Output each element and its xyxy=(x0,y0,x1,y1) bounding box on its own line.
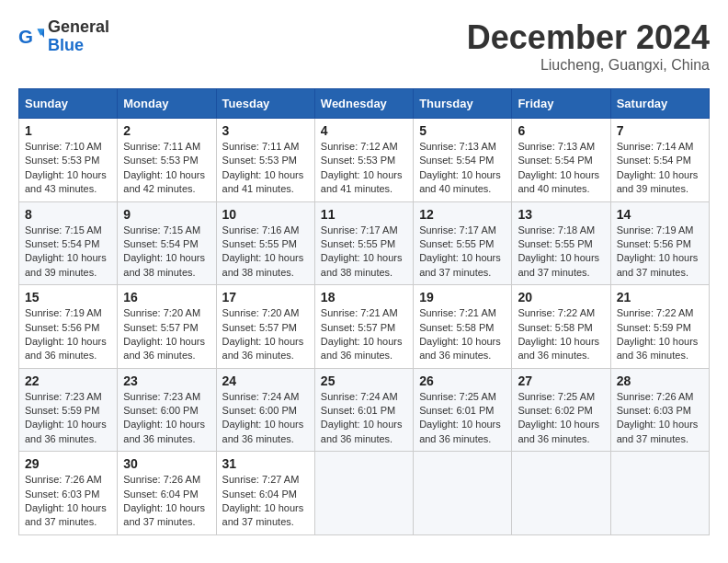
calendar-table: Sunday Monday Tuesday Wednesday Thursday… xyxy=(18,88,710,535)
day-number: 8 xyxy=(25,207,111,222)
calendar-week-row: 8 Sunrise: 7:15 AMSunset: 5:54 PMDayligh… xyxy=(19,201,710,285)
calendar-cell: 10 Sunrise: 7:16 AMSunset: 5:55 PMDaylig… xyxy=(216,201,314,285)
day-info: Sunrise: 7:26 AMSunset: 6:04 PMDaylight:… xyxy=(123,473,210,530)
calendar-cell: 24 Sunrise: 7:24 AMSunset: 6:00 PMDaylig… xyxy=(216,368,314,452)
calendar-cell: 2 Sunrise: 7:11 AMSunset: 5:53 PMDayligh… xyxy=(118,119,216,202)
calendar-cell: 29 Sunrise: 7:26 AMSunset: 6:03 PMDaylig… xyxy=(19,452,118,535)
day-number: 7 xyxy=(617,123,703,138)
header-sunday: Sunday xyxy=(19,89,118,119)
logo-text: General Blue xyxy=(48,18,109,55)
day-info: Sunrise: 7:18 AMSunset: 5:55 PMDaylight:… xyxy=(518,224,604,281)
day-number: 6 xyxy=(518,123,604,138)
month-title: December 2024 xyxy=(467,18,710,57)
day-info: Sunrise: 7:26 AMSunset: 6:03 PMDaylight:… xyxy=(617,390,703,447)
day-info: Sunrise: 7:17 AMSunset: 5:55 PMDaylight:… xyxy=(419,224,506,281)
calendar-cell: 31 Sunrise: 7:27 AMSunset: 6:04 PMDaylig… xyxy=(216,452,314,535)
day-number: 30 xyxy=(123,456,210,471)
calendar-cell: 22 Sunrise: 7:23 AMSunset: 5:59 PMDaylig… xyxy=(19,368,118,452)
header-tuesday: Tuesday xyxy=(216,89,314,119)
calendar-cell xyxy=(414,452,512,535)
day-info: Sunrise: 7:24 AMSunset: 6:01 PMDaylight:… xyxy=(321,390,407,447)
calendar-week-row: 1 Sunrise: 7:10 AMSunset: 5:53 PMDayligh… xyxy=(19,119,710,202)
calendar-cell: 26 Sunrise: 7:25 AMSunset: 6:01 PMDaylig… xyxy=(414,368,512,452)
calendar-week-row: 15 Sunrise: 7:19 AMSunset: 5:56 PMDaylig… xyxy=(19,285,710,369)
day-info: Sunrise: 7:13 AMSunset: 5:54 PMDaylight:… xyxy=(518,140,604,197)
header-thursday: Thursday xyxy=(414,89,512,119)
day-info: Sunrise: 7:16 AMSunset: 5:55 PMDaylight:… xyxy=(222,224,309,281)
day-info: Sunrise: 7:13 AMSunset: 5:54 PMDaylight:… xyxy=(419,140,506,197)
weekday-header-row: Sunday Monday Tuesday Wednesday Thursday… xyxy=(19,89,710,119)
day-number: 13 xyxy=(518,207,604,222)
day-number: 22 xyxy=(25,373,111,388)
day-info: Sunrise: 7:23 AMSunset: 5:59 PMDaylight:… xyxy=(25,390,111,447)
day-number: 26 xyxy=(419,373,506,388)
day-info: Sunrise: 7:20 AMSunset: 5:57 PMDaylight:… xyxy=(123,306,210,363)
day-info: Sunrise: 7:24 AMSunset: 6:00 PMDaylight:… xyxy=(222,390,309,447)
calendar-week-row: 22 Sunrise: 7:23 AMSunset: 5:59 PMDaylig… xyxy=(19,368,710,452)
day-number: 5 xyxy=(419,123,506,138)
day-info: Sunrise: 7:17 AMSunset: 5:55 PMDaylight:… xyxy=(321,224,407,281)
day-number: 17 xyxy=(222,290,309,304)
title-area: December 2024 Liucheng, Guangxi, China xyxy=(467,18,710,74)
day-number: 27 xyxy=(518,373,604,388)
day-number: 9 xyxy=(123,207,210,222)
day-info: Sunrise: 7:21 AMSunset: 5:57 PMDaylight:… xyxy=(321,306,407,363)
day-number: 15 xyxy=(25,290,111,304)
calendar-cell: 11 Sunrise: 7:17 AMSunset: 5:55 PMDaylig… xyxy=(314,201,413,285)
calendar-cell: 18 Sunrise: 7:21 AMSunset: 5:57 PMDaylig… xyxy=(314,285,413,369)
day-number: 14 xyxy=(617,207,703,222)
header: G General Blue December 2024 Liucheng, G… xyxy=(18,18,710,74)
day-info: Sunrise: 7:15 AMSunset: 5:54 PMDaylight:… xyxy=(25,224,111,281)
calendar-cell: 5 Sunrise: 7:13 AMSunset: 5:54 PMDayligh… xyxy=(414,119,512,202)
day-info: Sunrise: 7:23 AMSunset: 6:00 PMDaylight:… xyxy=(123,390,210,447)
day-number: 20 xyxy=(518,290,604,304)
logo-blue: Blue xyxy=(48,37,109,55)
day-number: 24 xyxy=(222,373,309,388)
day-number: 3 xyxy=(222,123,309,138)
calendar-cell: 15 Sunrise: 7:19 AMSunset: 5:56 PMDaylig… xyxy=(19,285,118,369)
calendar-cell: 3 Sunrise: 7:11 AMSunset: 5:53 PMDayligh… xyxy=(216,119,314,202)
calendar-cell: 1 Sunrise: 7:10 AMSunset: 5:53 PMDayligh… xyxy=(19,119,118,202)
day-info: Sunrise: 7:21 AMSunset: 5:58 PMDaylight:… xyxy=(419,306,506,363)
day-info: Sunrise: 7:12 AMSunset: 5:53 PMDaylight:… xyxy=(321,140,407,197)
day-number: 31 xyxy=(222,456,309,471)
day-number: 12 xyxy=(419,207,506,222)
day-info: Sunrise: 7:19 AMSunset: 5:56 PMDaylight:… xyxy=(25,306,111,363)
day-info: Sunrise: 7:15 AMSunset: 5:54 PMDaylight:… xyxy=(123,224,210,281)
day-info: Sunrise: 7:19 AMSunset: 5:56 PMDaylight:… xyxy=(617,224,703,281)
day-info: Sunrise: 7:26 AMSunset: 6:03 PMDaylight:… xyxy=(25,473,111,530)
calendar-cell: 12 Sunrise: 7:17 AMSunset: 5:55 PMDaylig… xyxy=(414,201,512,285)
header-monday: Monday xyxy=(118,89,216,119)
day-number: 21 xyxy=(617,290,703,304)
calendar-cell: 17 Sunrise: 7:20 AMSunset: 5:57 PMDaylig… xyxy=(216,285,314,369)
calendar-cell: 8 Sunrise: 7:15 AMSunset: 5:54 PMDayligh… xyxy=(19,201,118,285)
header-friday: Friday xyxy=(512,89,610,119)
calendar-cell: 27 Sunrise: 7:25 AMSunset: 6:02 PMDaylig… xyxy=(512,368,610,452)
day-info: Sunrise: 7:20 AMSunset: 5:57 PMDaylight:… xyxy=(222,306,309,363)
day-number: 16 xyxy=(123,290,210,304)
calendar-cell: 21 Sunrise: 7:22 AMSunset: 5:59 PMDaylig… xyxy=(610,285,709,369)
day-number: 4 xyxy=(321,123,407,138)
day-info: Sunrise: 7:22 AMSunset: 5:59 PMDaylight:… xyxy=(617,306,703,363)
location: Liucheng, Guangxi, China xyxy=(467,57,710,74)
calendar-cell: 4 Sunrise: 7:12 AMSunset: 5:53 PMDayligh… xyxy=(314,119,413,202)
day-info: Sunrise: 7:25 AMSunset: 6:02 PMDaylight:… xyxy=(518,390,604,447)
day-number: 19 xyxy=(419,290,506,304)
day-info: Sunrise: 7:25 AMSunset: 6:01 PMDaylight:… xyxy=(419,390,506,447)
day-number: 18 xyxy=(321,290,407,304)
day-number: 10 xyxy=(222,207,309,222)
day-number: 11 xyxy=(321,207,407,222)
day-info: Sunrise: 7:11 AMSunset: 5:53 PMDaylight:… xyxy=(222,140,309,197)
calendar-cell: 23 Sunrise: 7:23 AMSunset: 6:00 PMDaylig… xyxy=(118,368,216,452)
logo-icon: G xyxy=(18,24,44,50)
day-info: Sunrise: 7:27 AMSunset: 6:04 PMDaylight:… xyxy=(222,473,309,530)
calendar-cell: 6 Sunrise: 7:13 AMSunset: 5:54 PMDayligh… xyxy=(512,119,610,202)
logo-general: General xyxy=(48,18,109,37)
calendar-cell: 14 Sunrise: 7:19 AMSunset: 5:56 PMDaylig… xyxy=(610,201,709,285)
calendar-week-row: 29 Sunrise: 7:26 AMSunset: 6:03 PMDaylig… xyxy=(19,452,710,535)
svg-text:G: G xyxy=(18,25,33,46)
header-wednesday: Wednesday xyxy=(314,89,413,119)
calendar-cell: 7 Sunrise: 7:14 AMSunset: 5:54 PMDayligh… xyxy=(610,119,709,202)
calendar-cell: 9 Sunrise: 7:15 AMSunset: 5:54 PMDayligh… xyxy=(118,201,216,285)
header-saturday: Saturday xyxy=(610,89,709,119)
